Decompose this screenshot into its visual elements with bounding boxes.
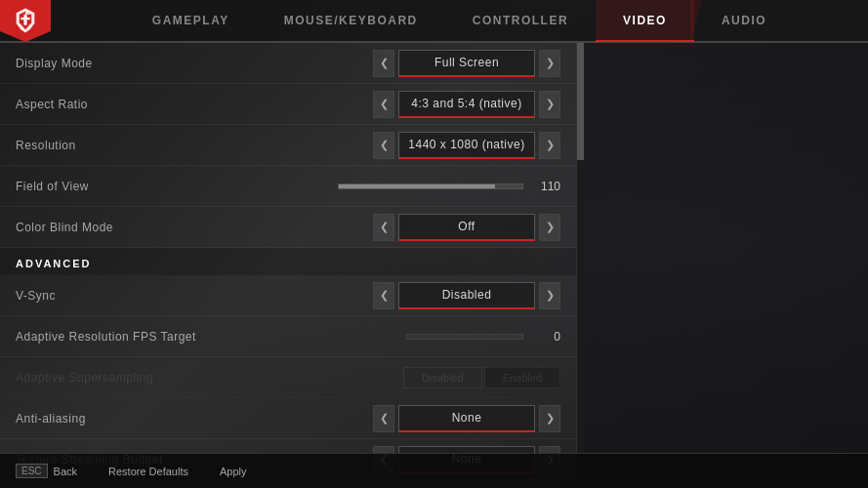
- color-blind-value: Off: [398, 214, 535, 241]
- fov-slider-fill: [339, 184, 495, 188]
- setting-anti-aliasing: Anti-aliasing ❮ None ❯: [0, 398, 576, 439]
- restore-label: Restore Defaults: [108, 466, 188, 477]
- fov-label: Field of View: [16, 180, 338, 193]
- color-blind-prev[interactable]: ❮: [373, 214, 394, 241]
- vsync-control: ❮ Disabled ❯: [373, 282, 560, 309]
- fov-slider-track[interactable]: [338, 183, 523, 189]
- resolution-control: ❮ 1440 x 1080 (native) ❯: [373, 132, 560, 159]
- vsync-value: Disabled: [398, 282, 535, 309]
- tab-gameplay[interactable]: GAMEPLAY: [125, 0, 257, 42]
- vsync-label: V-Sync: [16, 289, 373, 303]
- setting-vsync: V-Sync ❮ Disabled ❯: [0, 275, 576, 316]
- aspect-ratio-prev[interactable]: ❮: [373, 91, 394, 118]
- header: GAMEPLAY MOUSE/KEYBOARD CONTROLLER VIDEO…: [0, 0, 868, 43]
- anti-aliasing-next[interactable]: ❯: [539, 405, 560, 432]
- apex-logo: [0, 0, 51, 42]
- adaptive-super-control: Disabled Enabled: [403, 367, 560, 388]
- settings-panel: Display Mode ❮ Full Screen ❯ Aspect Rati…: [0, 43, 576, 488]
- back-key: ESC: [16, 464, 48, 478]
- apply-button[interactable]: Apply: [220, 466, 247, 477]
- adaptive-res-label: Adaptive Resolution FPS Target: [16, 330, 406, 344]
- setting-fov: Field of View 110: [0, 166, 576, 207]
- resolution-value: 1440 x 1080 (native): [398, 132, 535, 159]
- setting-resolution: Resolution ❮ 1440 x 1080 (native) ❯: [0, 125, 576, 166]
- resolution-prev[interactable]: ❮: [373, 132, 394, 159]
- setting-display-mode: Display Mode ❮ Full Screen ❯: [0, 43, 576, 84]
- color-blind-label: Color Blind Mode: [16, 221, 373, 234]
- setting-color-blind: Color Blind Mode ❮ Off ❯: [0, 207, 576, 248]
- aspect-ratio-label: Aspect Ratio: [16, 98, 373, 111]
- resolution-label: Resolution: [16, 139, 373, 152]
- adaptive-res-control: 0: [406, 330, 560, 344]
- tab-mouse-keyboard[interactable]: MOUSE/KEYBOARD: [257, 0, 445, 42]
- display-mode-next[interactable]: ❯: [539, 50, 560, 77]
- apex-logo-icon: [12, 7, 39, 34]
- display-mode-label: Display Mode: [16, 57, 373, 70]
- anti-aliasing-prev[interactable]: ❮: [373, 405, 394, 432]
- setting-adaptive-res: Adaptive Resolution FPS Target 0: [0, 316, 576, 357]
- aspect-ratio-next[interactable]: ❯: [539, 91, 560, 118]
- adaptive-super-label: Adaptive Supersampling: [16, 371, 403, 385]
- tab-controller[interactable]: CONTROLLER: [445, 0, 596, 42]
- vsync-next[interactable]: ❯: [539, 282, 560, 309]
- adaptive-super-enabled-btn: Enabled: [484, 367, 560, 388]
- restore-defaults-button[interactable]: Restore Defaults: [108, 466, 188, 477]
- aspect-ratio-value: 4:3 and 5:4 (native): [398, 91, 535, 118]
- anti-aliasing-label: Anti-aliasing: [16, 412, 373, 426]
- resolution-next[interactable]: ❯: [539, 132, 560, 159]
- back-button[interactable]: ESC Back: [16, 464, 77, 478]
- vsync-prev[interactable]: ❮: [373, 282, 394, 309]
- setting-adaptive-super: Adaptive Supersampling Disabled Enabled: [0, 357, 576, 398]
- fov-value: 110: [531, 180, 560, 193]
- right-panel: [584, 43, 868, 488]
- color-blind-control: ❮ Off ❯: [373, 214, 560, 241]
- tab-audio[interactable]: AUDIO: [694, 0, 794, 42]
- footer: ESC Back Restore Defaults Apply: [0, 453, 868, 488]
- anti-aliasing-control: ❮ None ❯: [373, 405, 560, 432]
- tab-video[interactable]: VIDEO: [596, 0, 694, 42]
- setting-aspect-ratio: Aspect Ratio ❮ 4:3 and 5:4 (native) ❯: [0, 84, 576, 125]
- scrollbar-thumb[interactable]: [577, 43, 584, 160]
- svg-rect-4: [21, 18, 29, 20]
- settings-scroll[interactable]: Display Mode ❮ Full Screen ❯ Aspect Rati…: [0, 43, 576, 488]
- apply-label: Apply: [220, 466, 247, 477]
- color-blind-next[interactable]: ❯: [539, 214, 560, 241]
- adaptive-res-slider[interactable]: [406, 334, 523, 340]
- adaptive-super-disabled-btn: Disabled: [403, 367, 482, 388]
- fov-control: 110: [338, 180, 560, 193]
- main-content: Display Mode ❮ Full Screen ❯ Aspect Rati…: [0, 43, 868, 488]
- adaptive-res-value: 0: [531, 330, 560, 344]
- advanced-section-header: ADVANCED: [0, 248, 576, 275]
- display-mode-control: ❮ Full Screen ❯: [373, 50, 560, 77]
- display-mode-value: Full Screen: [398, 50, 535, 77]
- display-mode-prev[interactable]: ❮: [373, 50, 394, 77]
- anti-aliasing-value: None: [398, 405, 535, 432]
- back-label: Back: [54, 466, 77, 477]
- aspect-ratio-control: ❮ 4:3 and 5:4 (native) ❯: [373, 91, 560, 118]
- scrollbar[interactable]: [576, 43, 584, 488]
- nav-tabs: GAMEPLAY MOUSE/KEYBOARD CONTROLLER VIDEO…: [51, 0, 868, 42]
